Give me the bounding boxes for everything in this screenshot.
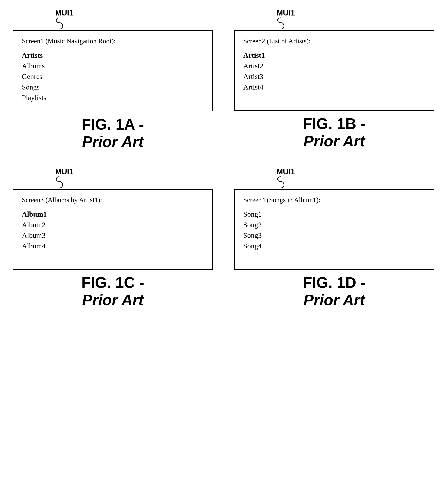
list-item: Album3 — [22, 232, 204, 239]
list-item: Artist1 — [243, 51, 425, 59]
screen-list: Artist1Artist2Artist3Artist4 — [243, 51, 425, 91]
fig-title: FIG. 1B - — [303, 115, 366, 132]
fig-subtitle: Prior Art — [81, 291, 144, 309]
screen-box-fig-1a: Screen1 (Music Navigation Root):ArtistsA… — [13, 30, 213, 111]
list-item: Artist3 — [243, 72, 425, 81]
fig-caption-fig-1d: FIG. 1D -Prior Art — [303, 274, 366, 309]
list-item: Albums — [22, 62, 204, 70]
mui-label-container: MUI1 — [51, 167, 74, 189]
screen-list: ArtistsAlbumsGenresSongsPlaylists — [22, 51, 204, 102]
fig-title: FIG. 1D - — [303, 274, 366, 291]
mui-label-container: MUI1 — [51, 8, 74, 30]
screen-box-fig-1c: Screen3 (Albums by Artist1):Album1Album2… — [13, 189, 213, 270]
list-item: Song3 — [243, 232, 425, 239]
figure-cell-fig-1b: MUI1Screen2 (List of Artists):Artist1Art… — [234, 8, 434, 150]
fig-title: FIG. 1A - — [82, 116, 144, 133]
list-item: Songs — [22, 83, 204, 91]
list-item: Album1 — [22, 210, 204, 218]
list-item: Song2 — [243, 221, 425, 229]
mui-label: MUI1 — [277, 8, 295, 17]
mui-label: MUI1 — [55, 167, 74, 176]
list-item: Song1 — [243, 210, 425, 218]
list-item: Album2 — [22, 221, 204, 229]
mui-label: MUI1 — [277, 167, 295, 176]
squiggle-icon — [51, 176, 68, 189]
mui-label-container: MUI1 — [272, 167, 295, 189]
screen-title: Screen2 (List of Artists): — [243, 37, 425, 45]
fig-caption-fig-1a: FIG. 1A -Prior Art — [82, 116, 144, 150]
fig-title: FIG. 1C - — [81, 274, 144, 291]
fig-caption-fig-1c: FIG. 1C -Prior Art — [81, 274, 144, 309]
list-item: Album4 — [22, 242, 204, 250]
screen-title: Screen4 (Songs in Album1): — [243, 196, 425, 204]
figure-cell-fig-1d: MUI1Screen4 (Songs in Album1):Song1Song2… — [234, 167, 434, 309]
screen-box-fig-1d: Screen4 (Songs in Album1):Song1Song2Song… — [234, 189, 434, 270]
figure-cell-fig-1a: MUI1Screen1 (Music Navigation Root):Arti… — [13, 8, 213, 150]
screen-box-fig-1b: Screen2 (List of Artists):Artist1Artist2… — [234, 30, 434, 111]
squiggle-icon — [51, 18, 68, 30]
list-item: Genres — [22, 72, 204, 81]
squiggle-icon — [272, 176, 289, 189]
list-item: Playlists — [22, 94, 204, 102]
screen-list: Song1Song2Song3Song4 — [243, 210, 425, 250]
fig-subtitle: Prior Art — [82, 133, 144, 150]
squiggle-icon — [272, 18, 289, 30]
fig-caption-fig-1b: FIG. 1B -Prior Art — [303, 115, 366, 150]
fig-subtitle: Prior Art — [303, 132, 366, 150]
list-item: Song4 — [243, 242, 425, 250]
list-item: Artist4 — [243, 83, 425, 91]
fig-subtitle: Prior Art — [303, 291, 366, 309]
mui-label: MUI1 — [55, 8, 74, 17]
screen-list: Album1Album2Album3Album4 — [22, 210, 204, 250]
screen-title: Screen1 (Music Navigation Root): — [22, 37, 204, 45]
mui-label-container: MUI1 — [272, 8, 295, 30]
figure-cell-fig-1c: MUI1Screen3 (Albums by Artist1):Album1Al… — [13, 167, 213, 309]
list-item: Artists — [22, 51, 204, 59]
figures-grid: MUI1Screen1 (Music Navigation Root):Arti… — [13, 8, 434, 309]
screen-title: Screen3 (Albums by Artist1): — [22, 196, 204, 204]
list-item: Artist2 — [243, 62, 425, 70]
